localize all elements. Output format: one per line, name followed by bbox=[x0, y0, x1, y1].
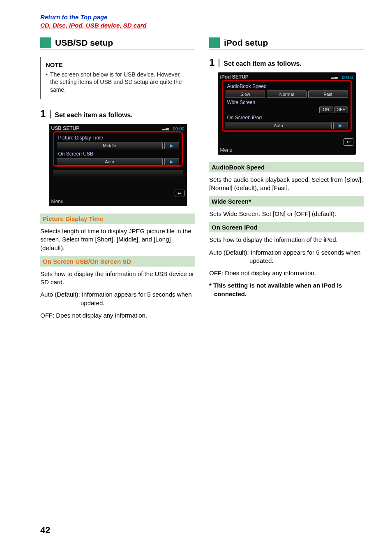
param-body: Sets Wide Screen. Set [ON] or [OFF] (def… bbox=[209, 210, 364, 218]
divider-icon bbox=[219, 59, 219, 67]
heading-square-icon bbox=[40, 37, 51, 48]
ipod-setup-screenshot: iPod SETUP ▂▃ 00:00 AudioBook Speed Slow… bbox=[218, 72, 356, 155]
param-body: Sets how to display the information of t… bbox=[40, 270, 195, 287]
param-line: Auto (Default): Information appears for … bbox=[40, 290, 195, 307]
wide-screen-label: Wide Screen bbox=[227, 100, 348, 105]
param-line: Auto (Default): Information appears for … bbox=[209, 248, 364, 265]
heading-text: iPod setup bbox=[224, 38, 268, 48]
back-icon[interactable]: ↩ bbox=[175, 190, 184, 197]
shot-time: 00:00 bbox=[173, 126, 184, 131]
shot-title: iPod SETUP bbox=[220, 74, 249, 80]
note-box: NOTE • The screen shot below is for USB … bbox=[40, 57, 195, 100]
shot-title: USB SETUP bbox=[51, 125, 80, 131]
audiobook-slow[interactable]: Slow bbox=[226, 91, 265, 98]
ipod-heading: iPod setup bbox=[209, 37, 364, 49]
play-icon[interactable]: ▶ bbox=[164, 142, 179, 149]
antenna-icon: ▂▃ bbox=[162, 125, 169, 130]
bullet-icon: • bbox=[46, 71, 48, 94]
picture-display-time-value[interactable]: Middle bbox=[57, 142, 163, 149]
play-icon[interactable]: ▶ bbox=[164, 158, 179, 165]
top-links: Return to the Top page CD, Disc, iPod, U… bbox=[40, 13, 364, 30]
highlighted-area: AudioBook Speed Slow Normal Fast Wide Sc… bbox=[222, 80, 352, 132]
on-screen-ipod-value[interactable]: Auto bbox=[226, 122, 332, 129]
param-head-on-screen-usb-sd: On Screen USB/On Screen SD bbox=[40, 256, 195, 267]
param-line: OFF: Does not display any information. bbox=[40, 311, 195, 320]
audiobook-speed-label: AudioBook Speed bbox=[227, 84, 348, 89]
param-body: Selects length of time to display JPEG p… bbox=[40, 227, 195, 252]
picture-display-time-label: Picture Display Time bbox=[58, 135, 179, 141]
shot-time: 00:00 bbox=[342, 75, 353, 80]
step-text: Set each item as follows. bbox=[224, 60, 301, 68]
param-body: Sets how to display the information of t… bbox=[209, 236, 364, 244]
param-head-wide-screen: Wide Screen* bbox=[209, 196, 364, 207]
back-icon[interactable]: ↩ bbox=[344, 138, 353, 146]
section-link[interactable]: CD, Disc, iPod, USB device, SD card bbox=[40, 22, 146, 29]
audiobook-normal[interactable]: Normal bbox=[267, 91, 307, 98]
left-column: USB/SD setup NOTE • The screen shot belo… bbox=[40, 37, 195, 324]
param-head-audiobook-speed: AudioBook Speed bbox=[209, 162, 364, 172]
return-link[interactable]: Return to the Top page bbox=[40, 14, 108, 21]
usb-sd-heading: USB/SD setup bbox=[40, 37, 195, 49]
param-head-on-screen-ipod: On Screen iPod bbox=[209, 222, 364, 232]
param-line: OFF: Does not display any information. bbox=[209, 269, 364, 277]
step-text: Set each item as follows. bbox=[55, 111, 132, 120]
footnote: * This setting is not available when an … bbox=[209, 281, 364, 298]
right-column: iPod setup 1 Set each item as follows. i… bbox=[209, 37, 364, 324]
on-screen-ipod-label: On Screen iPod bbox=[227, 115, 348, 121]
step-number: 1 bbox=[40, 108, 46, 120]
menu-button[interactable]: Menu bbox=[51, 199, 64, 204]
wide-screen-on[interactable]: ON bbox=[319, 107, 333, 113]
step-1: 1 Set each item as follows. bbox=[209, 57, 364, 68]
step-1: 1 Set each item as follows. bbox=[40, 108, 195, 120]
antenna-icon: ▂▃ bbox=[331, 74, 338, 79]
on-screen-usb-label: On Screen USB bbox=[58, 151, 179, 157]
on-screen-usb-value[interactable]: Auto bbox=[57, 158, 163, 165]
heading-square-icon bbox=[209, 37, 220, 48]
param-body: Sets the audio book playback speed. Sele… bbox=[209, 176, 364, 193]
page-number: 42 bbox=[40, 525, 50, 536]
highlighted-area: Picture Display Time Middle ▶ On Screen … bbox=[53, 131, 183, 167]
note-title: NOTE bbox=[46, 61, 190, 68]
divider-icon bbox=[50, 110, 51, 118]
param-head-picture-display-time: Picture Display Time bbox=[40, 214, 195, 224]
menu-button[interactable]: Menu bbox=[220, 147, 233, 153]
usb-setup-screenshot: USB SETUP ▂▃ 00:00 Picture Display Time … bbox=[49, 124, 187, 206]
audiobook-fast[interactable]: Fast bbox=[308, 91, 348, 98]
heading-text: USB/SD setup bbox=[55, 38, 113, 48]
step-number: 1 bbox=[209, 57, 214, 68]
wide-screen-off[interactable]: OFF bbox=[334, 107, 348, 113]
play-icon[interactable]: ▶ bbox=[333, 122, 348, 129]
note-body: The screen shot below is for USB device.… bbox=[50, 71, 190, 94]
